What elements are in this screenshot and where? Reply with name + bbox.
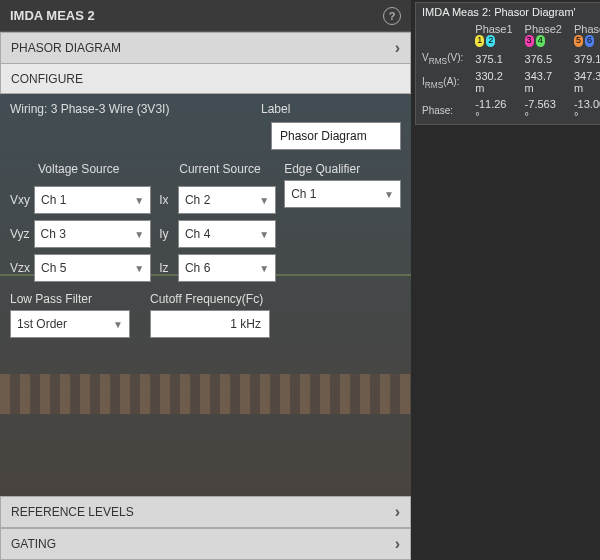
section-reference-levels[interactable]: REFERENCE LEVELS › — [0, 496, 411, 528]
label-field-label: Label — [261, 102, 401, 116]
phase3-header: Phase356 — [568, 21, 600, 49]
table-row: IRMS(A): 330.2 m 343.7 m 347.3 m — [416, 68, 600, 96]
irms-label: IRMS(A): — [422, 76, 459, 87]
vyz-select[interactable]: Ch 3▼ — [34, 220, 152, 248]
vzx-label: Vzx — [10, 261, 30, 275]
voltage-source-header: Voltage Source — [38, 162, 151, 176]
chevron-right-icon: › — [395, 503, 400, 521]
section-phasor-diagram[interactable]: PHASOR DIAGRAM › — [0, 32, 411, 64]
phase2-header: Phase234 — [519, 21, 568, 49]
vrms-label: VRMS(V): — [422, 52, 463, 63]
vzx-select[interactable]: Ch 5▼ — [34, 254, 151, 282]
tab-label: CONFIGURE — [11, 72, 83, 86]
chevron-down-icon: ▼ — [259, 229, 269, 240]
section-label: GATING — [11, 537, 56, 551]
phase1-header: Phase112 — [469, 21, 518, 49]
lpf-header: Low Pass Filter — [10, 292, 130, 306]
config-panel: IMDA MEAS 2 ? PHASOR DIAGRAM › CONFIGURE… — [0, 0, 411, 560]
phase-label: Phase: — [422, 105, 453, 116]
edge-select[interactable]: Ch 1▼ — [284, 180, 401, 208]
ch5-badge-icon: 5 — [574, 35, 583, 47]
ch2-badge-icon: 2 — [486, 35, 495, 47]
current-source-header: Current Source — [179, 162, 276, 176]
wiring-info: Wiring: 3 Phase-3 Wire (3V3I) — [10, 102, 261, 116]
chevron-down-icon: ▼ — [113, 319, 123, 330]
section-label: PHASOR DIAGRAM — [11, 41, 121, 55]
help-icon[interactable]: ? — [383, 7, 401, 25]
panel-title-bar: IMDA MEAS 2 ? — [0, 0, 411, 32]
ch6-badge-icon: 6 — [585, 35, 594, 47]
iz-label: Iz — [159, 261, 174, 275]
chevron-right-icon: › — [395, 39, 400, 57]
section-gating[interactable]: GATING › — [0, 528, 411, 560]
chevron-down-icon: ▼ — [134, 229, 144, 240]
vxy-select[interactable]: Ch 1▼ — [34, 186, 151, 214]
configure-body: Wiring: 3 Phase-3 Wire (3V3I) Label Volt… — [0, 94, 411, 496]
ch1-badge-icon: 1 — [475, 35, 484, 47]
table-row: Phase: -11.26 ° -7.563 ° -13.00 ° — [416, 96, 600, 124]
ix-select[interactable]: Ch 2▼ — [178, 186, 276, 214]
cutoff-header: Cutoff Frequency(Fc) — [150, 292, 270, 306]
section-label: REFERENCE LEVELS — [11, 505, 134, 519]
iz-select[interactable]: Ch 6▼ — [178, 254, 276, 282]
vyz-label: Vyz — [10, 227, 30, 241]
ch3-badge-icon: 3 — [525, 35, 534, 47]
table-header-row: Phase112 Phase234 Phase356 — [416, 21, 600, 49]
ch4-badge-icon: 4 — [536, 35, 545, 47]
chevron-down-icon: ▼ — [259, 195, 269, 206]
iy-select[interactable]: Ch 4▼ — [178, 220, 276, 248]
panel-title: IMDA MEAS 2 — [10, 8, 95, 23]
chevron-right-icon: › — [395, 535, 400, 553]
measurement-readout: IMDA Meas 2: Phasor Diagram' Phase112 Ph… — [415, 2, 600, 125]
readout-table: Phase112 Phase234 Phase356 VRMS(V): 375.… — [416, 21, 600, 124]
readout-title: IMDA Meas 2: Phasor Diagram' — [416, 3, 600, 21]
results-panel: IMDA Meas 2: Phasor Diagram' Phase112 Ph… — [411, 0, 600, 560]
table-row: VRMS(V): 375.1 376.5 379.1 — [416, 49, 600, 68]
edge-qualifier-header: Edge Qualifier — [284, 162, 401, 176]
chevron-down-icon: ▼ — [259, 263, 269, 274]
chevron-down-icon: ▼ — [134, 263, 144, 274]
ix-label: Ix — [159, 193, 174, 207]
iy-label: Iy — [159, 227, 174, 241]
tab-configure[interactable]: CONFIGURE — [0, 64, 411, 94]
vxy-label: Vxy — [10, 193, 30, 207]
label-input[interactable] — [271, 122, 401, 150]
lpf-select[interactable]: 1st Order▼ — [10, 310, 130, 338]
chevron-down-icon: ▼ — [384, 189, 394, 200]
chevron-down-icon: ▼ — [134, 195, 144, 206]
cutoff-input[interactable]: 1 kHz — [150, 310, 270, 338]
